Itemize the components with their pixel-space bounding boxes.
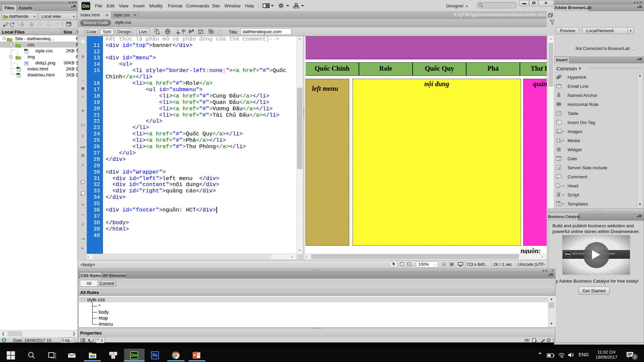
svg-text:19: 19 (557, 158, 560, 161)
svg-text:u: u (110, 352, 112, 355)
svg-text:<>: <> (17, 69, 21, 72)
svg-text:z: z (90, 340, 92, 343)
svg-text:☰: ☰ (25, 51, 27, 53)
svg-text:**: ** (97, 339, 100, 342)
svg-text:i: i (114, 352, 115, 355)
svg-text:#: # (558, 167, 560, 170)
svg-text:<>: <> (17, 75, 21, 78)
svg-text:n: n (112, 356, 114, 359)
svg-text:P: P (194, 353, 196, 357)
